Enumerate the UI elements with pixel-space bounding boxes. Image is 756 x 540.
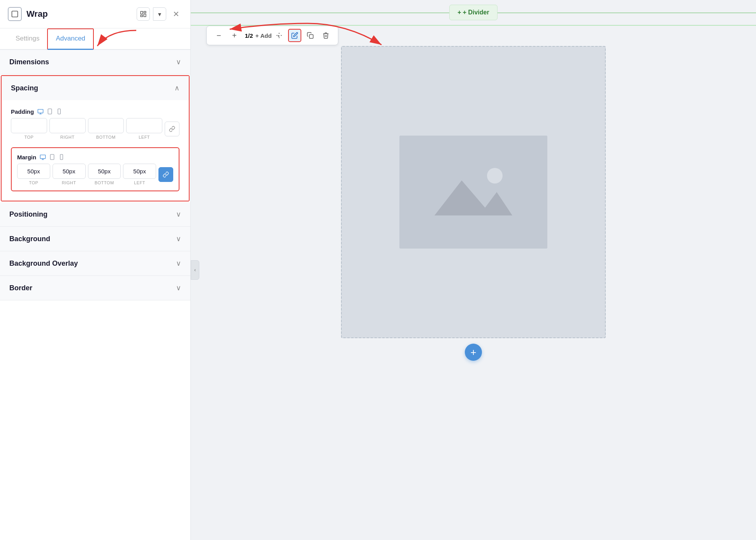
divider-bar: + + Divider <box>191 0 756 26</box>
background-header[interactable]: Background ∨ <box>0 227 190 251</box>
margin-mobile-icon[interactable] <box>58 154 65 161</box>
border-title: Border <box>9 284 32 292</box>
desktop-icon <box>37 108 44 115</box>
padding-device-icons <box>37 108 63 115</box>
padding-left-wrap: LEFT <box>126 118 162 139</box>
padding-right-input[interactable] <box>49 118 86 133</box>
padding-left-label: LEFT <box>126 135 162 139</box>
left-panel: Wrap ▾ ✕ Settings Advanced <box>0 0 191 540</box>
background-overlay-title: Background Overlay <box>9 259 78 268</box>
padding-desktop-icon[interactable] <box>37 108 44 115</box>
canvas-element <box>341 46 606 338</box>
border-section: Border ∨ <box>0 276 190 300</box>
padding-tablet-icon[interactable] <box>46 108 53 115</box>
margin-right-wrap: RIGHT <box>53 164 86 185</box>
svg-rect-1 <box>141 11 142 14</box>
background-overlay-chevron: ∨ <box>176 259 181 268</box>
padding-left-input[interactable] <box>126 118 162 133</box>
margin-bottom-label: BOTTOM <box>88 180 121 185</box>
margin-right-input[interactable] <box>53 164 86 179</box>
margin-link-btn[interactable] <box>158 167 173 182</box>
panel-tabs: Settings Advanced <box>0 28 190 50</box>
dimensions-section: Dimensions ∨ <box>0 50 190 74</box>
padding-bottom-wrap: BOTTOM <box>88 118 124 139</box>
tab-advanced[interactable]: Advanced <box>47 28 94 50</box>
margin-desktop-icon[interactable] <box>39 154 46 161</box>
positioning-title: Positioning <box>9 210 47 219</box>
spacing-title: Spacing <box>11 84 38 92</box>
svg-point-15 <box>487 168 503 184</box>
image-placeholder <box>399 136 547 249</box>
element-toolbar: − + 1/2 + Add <box>206 26 338 45</box>
background-chevron: ∨ <box>176 235 181 243</box>
tab-settings[interactable]: Settings <box>8 28 47 50</box>
canvas-wrapper: − + 1/2 + Add <box>191 26 756 540</box>
tablet-icon <box>47 108 53 115</box>
collapse-handle[interactable]: ‹ <box>191 260 199 280</box>
positioning-header[interactable]: Positioning ∨ <box>0 202 190 226</box>
margin-group: Margin <box>11 147 179 191</box>
toolbar-copy-btn[interactable] <box>304 29 317 42</box>
border-header[interactable]: Border ∨ <box>0 276 190 300</box>
toolbar-add-btn[interactable]: + Add <box>257 29 270 42</box>
panel-header: Wrap ▾ ✕ <box>0 0 190 28</box>
mobile-icon <box>56 108 62 115</box>
toolbar-container: − + 1/2 + Add <box>202 26 744 45</box>
padding-group: Padding <box>11 108 179 139</box>
svg-rect-11 <box>60 154 63 159</box>
svg-rect-10 <box>51 154 54 159</box>
margin-fields-row: TOP RIGHT BOTTOM LEFT <box>17 164 173 185</box>
margin-left-wrap: LEFT <box>123 164 156 185</box>
padding-top-wrap: TOP <box>11 118 47 139</box>
margin-top-label: TOP <box>17 180 50 185</box>
svg-rect-9 <box>40 155 46 159</box>
toolbar-minus-btn[interactable]: − <box>212 29 225 42</box>
header-actions: ▾ ✕ <box>137 7 183 21</box>
margin-left-label: LEFT <box>123 180 156 185</box>
padding-top-input[interactable] <box>11 118 47 133</box>
svg-rect-4 <box>141 15 142 17</box>
padding-mobile-icon[interactable] <box>56 108 63 115</box>
margin-top-input[interactable] <box>17 164 50 179</box>
close-button[interactable]: ✕ <box>169 7 183 21</box>
delete-icon <box>322 32 329 39</box>
svg-rect-7 <box>48 109 52 114</box>
margin-bottom-input[interactable] <box>88 164 121 179</box>
spacing-header[interactable]: Spacing ∧ <box>2 76 189 100</box>
right-panel: + + Divider − + 1/2 + Add <box>191 0 756 540</box>
svg-rect-2 <box>144 11 146 13</box>
dimensions-chevron: ∨ <box>176 58 181 66</box>
spacing-section: Spacing ∧ Padding <box>1 75 190 201</box>
toolbar-delete-btn[interactable] <box>319 29 332 42</box>
margin-desktop-svg <box>40 154 46 160</box>
spacing-content: Padding <box>2 100 189 201</box>
background-overlay-header[interactable]: Background Overlay ∨ <box>0 251 190 275</box>
svg-rect-6 <box>38 109 43 113</box>
toolbar-fraction: 1/2 <box>243 32 255 39</box>
square-icon <box>11 10 19 18</box>
padding-label: Padding <box>11 108 34 115</box>
margin-device-icons <box>39 154 65 161</box>
panel-content: Dimensions ∨ Spacing ∧ Padding <box>0 50 190 540</box>
dimensions-title: Dimensions <box>9 58 49 66</box>
margin-left-input[interactable] <box>123 164 156 179</box>
padding-link-btn[interactable] <box>165 122 179 136</box>
divider-button[interactable]: + + Divider <box>449 5 497 20</box>
toolbar-pencil-btn[interactable] <box>288 29 301 42</box>
add-bottom-button[interactable]: + <box>465 344 482 361</box>
link-icon <box>169 126 175 132</box>
svg-rect-3 <box>144 14 146 17</box>
svg-rect-0 <box>12 11 18 17</box>
background-title: Background <box>9 235 50 243</box>
background-overlay-section: Background Overlay ∨ <box>0 251 190 276</box>
divider-label: + Divider <box>463 9 489 16</box>
padding-bottom-input[interactable] <box>88 118 124 133</box>
toolbar-move-btn[interactable] <box>273 29 286 42</box>
toolbar-plus-btn[interactable]: + <box>228 29 241 42</box>
toolbar-add-label: Add <box>260 32 272 39</box>
dropdown-button[interactable]: ▾ <box>153 7 166 21</box>
layout-button[interactable] <box>137 7 150 21</box>
dimensions-header[interactable]: Dimensions ∨ <box>0 50 190 74</box>
margin-tablet-icon[interactable] <box>49 154 56 161</box>
margin-bottom-wrap: BOTTOM <box>88 164 121 185</box>
